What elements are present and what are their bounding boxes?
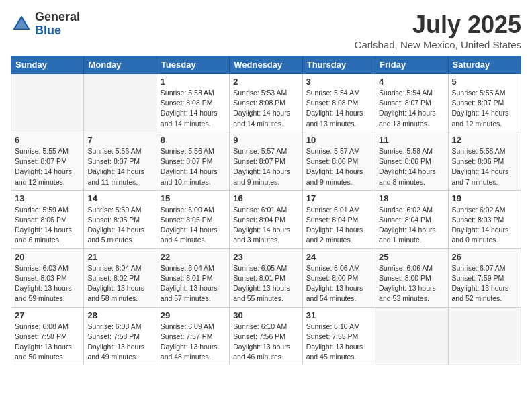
day-number: 1 (161, 77, 226, 87)
day-number: 15 (161, 193, 226, 203)
calendar-cell (448, 307, 521, 365)
calendar-cell: 24Sunrise: 6:06 AM Sunset: 8:00 PM Dayli… (302, 248, 375, 307)
day-number: 10 (306, 135, 371, 145)
calendar-cell: 23Sunrise: 6:05 AM Sunset: 8:01 PM Dayli… (230, 248, 302, 307)
calendar-cell: 30Sunrise: 6:10 AM Sunset: 7:56 PM Dayli… (230, 307, 302, 365)
calendar-cell: 12Sunrise: 5:58 AM Sunset: 8:06 PM Dayli… (448, 132, 521, 190)
day-info: Sunrise: 5:55 AM Sunset: 8:07 PM Dayligh… (452, 88, 517, 129)
day-info: Sunrise: 5:58 AM Sunset: 8:06 PM Dayligh… (452, 146, 517, 187)
calendar-cell: 9Sunrise: 5:57 AM Sunset: 8:07 PM Daylig… (230, 132, 302, 190)
calendar-cell: 25Sunrise: 6:06 AM Sunset: 8:00 PM Dayli… (375, 248, 448, 307)
calendar-cell: 26Sunrise: 6:07 AM Sunset: 7:59 PM Dayli… (448, 248, 521, 307)
calendar-cell (375, 307, 448, 365)
day-info: Sunrise: 6:04 AM Sunset: 8:01 PM Dayligh… (161, 263, 226, 304)
day-info: Sunrise: 6:08 AM Sunset: 7:58 PM Dayligh… (15, 322, 80, 363)
day-number: 3 (306, 77, 371, 87)
day-number: 13 (15, 193, 80, 203)
week-row-4: 20Sunrise: 6:03 AM Sunset: 8:03 PM Dayli… (11, 248, 521, 307)
calendar-table: SundayMondayTuesdayWednesdayThursdayFrid… (11, 56, 521, 365)
calendar-cell: 16Sunrise: 6:01 AM Sunset: 8:04 PM Dayli… (230, 190, 302, 248)
calendar-cell: 19Sunrise: 6:02 AM Sunset: 8:03 PM Dayli… (448, 190, 521, 248)
calendar-cell: 3Sunrise: 5:54 AM Sunset: 8:08 PM Daylig… (302, 74, 375, 132)
day-number: 26 (452, 252, 517, 262)
weekday-header-sunday: Sunday (11, 56, 84, 74)
weekday-header-saturday: Saturday (448, 56, 521, 74)
day-number: 23 (233, 252, 298, 262)
day-number: 12 (452, 135, 517, 145)
logo: General Blue (11, 11, 80, 38)
calendar-cell: 29Sunrise: 6:09 AM Sunset: 7:57 PM Dayli… (157, 307, 229, 365)
logo-general: General (35, 11, 80, 24)
day-info: Sunrise: 6:10 AM Sunset: 7:56 PM Dayligh… (233, 322, 298, 363)
calendar-cell (11, 74, 84, 132)
weekday-header-wednesday: Wednesday (230, 56, 302, 74)
day-info: Sunrise: 6:10 AM Sunset: 7:55 PM Dayligh… (306, 322, 371, 363)
day-number: 22 (161, 252, 226, 262)
day-number: 20 (15, 252, 80, 262)
calendar-cell: 5Sunrise: 5:55 AM Sunset: 8:07 PM Daylig… (448, 74, 521, 132)
day-number: 17 (306, 193, 371, 203)
calendar-cell: 20Sunrise: 6:03 AM Sunset: 8:03 PM Dayli… (11, 248, 84, 307)
day-number: 4 (379, 77, 444, 87)
day-info: Sunrise: 5:56 AM Sunset: 8:07 PM Dayligh… (87, 146, 152, 187)
day-number: 28 (87, 310, 152, 320)
calendar-cell: 18Sunrise: 6:02 AM Sunset: 8:04 PM Dayli… (375, 190, 448, 248)
day-info: Sunrise: 5:56 AM Sunset: 8:07 PM Dayligh… (161, 146, 226, 187)
calendar-cell: 21Sunrise: 6:04 AM Sunset: 8:02 PM Dayli… (84, 248, 157, 307)
week-row-1: 1Sunrise: 5:53 AM Sunset: 8:08 PM Daylig… (11, 74, 521, 132)
weekday-header-friday: Friday (375, 56, 448, 74)
day-info: Sunrise: 6:01 AM Sunset: 8:04 PM Dayligh… (306, 205, 371, 246)
calendar-cell: 31Sunrise: 6:10 AM Sunset: 7:55 PM Dayli… (302, 307, 375, 365)
day-number: 21 (87, 252, 152, 262)
day-info: Sunrise: 5:58 AM Sunset: 8:06 PM Dayligh… (379, 146, 444, 187)
day-info: Sunrise: 6:02 AM Sunset: 8:04 PM Dayligh… (379, 205, 444, 246)
day-info: Sunrise: 6:09 AM Sunset: 7:57 PM Dayligh… (161, 322, 226, 363)
calendar-cell: 27Sunrise: 6:08 AM Sunset: 7:58 PM Dayli… (11, 307, 84, 365)
calendar-cell (84, 74, 157, 132)
day-info: Sunrise: 5:55 AM Sunset: 8:07 PM Dayligh… (15, 146, 80, 187)
day-info: Sunrise: 5:59 AM Sunset: 8:06 PM Dayligh… (15, 205, 80, 246)
day-info: Sunrise: 5:54 AM Sunset: 8:08 PM Dayligh… (306, 88, 371, 129)
logo-blue: Blue (35, 24, 80, 38)
calendar-cell: 28Sunrise: 6:08 AM Sunset: 7:58 PM Dayli… (84, 307, 157, 365)
day-info: Sunrise: 6:06 AM Sunset: 8:00 PM Dayligh… (379, 263, 444, 304)
day-info: Sunrise: 6:03 AM Sunset: 8:03 PM Dayligh… (15, 263, 80, 304)
day-number: 6 (15, 135, 80, 145)
weekday-header-thursday: Thursday (302, 56, 375, 74)
day-number: 25 (379, 252, 444, 262)
day-number: 8 (161, 135, 226, 145)
weekday-header-monday: Monday (84, 56, 157, 74)
day-info: Sunrise: 5:54 AM Sunset: 8:07 PM Dayligh… (379, 88, 444, 129)
day-info: Sunrise: 6:04 AM Sunset: 8:02 PM Dayligh… (87, 263, 152, 304)
title-block: July 2025 Carlsbad, New Mexico, United S… (355, 11, 521, 50)
day-number: 30 (233, 310, 298, 320)
week-row-2: 6Sunrise: 5:55 AM Sunset: 8:07 PM Daylig… (11, 132, 521, 190)
calendar-cell: 4Sunrise: 5:54 AM Sunset: 8:07 PM Daylig… (375, 74, 448, 132)
day-number: 14 (87, 193, 152, 203)
logo-icon (11, 13, 32, 35)
weekday-header-tuesday: Tuesday (157, 56, 229, 74)
logo-text: General Blue (35, 11, 80, 38)
calendar-cell: 17Sunrise: 6:01 AM Sunset: 8:04 PM Dayli… (302, 190, 375, 248)
day-number: 9 (233, 135, 298, 145)
day-number: 31 (306, 310, 371, 320)
day-number: 16 (233, 193, 298, 203)
calendar-cell: 8Sunrise: 5:56 AM Sunset: 8:07 PM Daylig… (157, 132, 229, 190)
calendar-cell: 14Sunrise: 5:59 AM Sunset: 8:05 PM Dayli… (84, 190, 157, 248)
day-number: 19 (452, 193, 517, 203)
calendar-cell: 2Sunrise: 5:53 AM Sunset: 8:08 PM Daylig… (230, 74, 302, 132)
day-info: Sunrise: 6:01 AM Sunset: 8:04 PM Dayligh… (233, 205, 298, 246)
day-number: 2 (233, 77, 298, 87)
day-info: Sunrise: 6:06 AM Sunset: 8:00 PM Dayligh… (306, 263, 371, 304)
location: Carlsbad, New Mexico, United States (355, 39, 521, 50)
page-header: General Blue July 2025 Carlsbad, New Mex… (11, 11, 521, 50)
calendar-cell: 13Sunrise: 5:59 AM Sunset: 8:06 PM Dayli… (11, 190, 84, 248)
day-number: 27 (15, 310, 80, 320)
day-info: Sunrise: 5:53 AM Sunset: 8:08 PM Dayligh… (161, 88, 226, 129)
day-info: Sunrise: 6:02 AM Sunset: 8:03 PM Dayligh… (452, 205, 517, 246)
day-info: Sunrise: 6:00 AM Sunset: 8:05 PM Dayligh… (161, 205, 226, 246)
day-info: Sunrise: 6:08 AM Sunset: 7:58 PM Dayligh… (87, 322, 152, 363)
day-number: 24 (306, 252, 371, 262)
week-row-5: 27Sunrise: 6:08 AM Sunset: 7:58 PM Dayli… (11, 307, 521, 365)
day-number: 11 (379, 135, 444, 145)
